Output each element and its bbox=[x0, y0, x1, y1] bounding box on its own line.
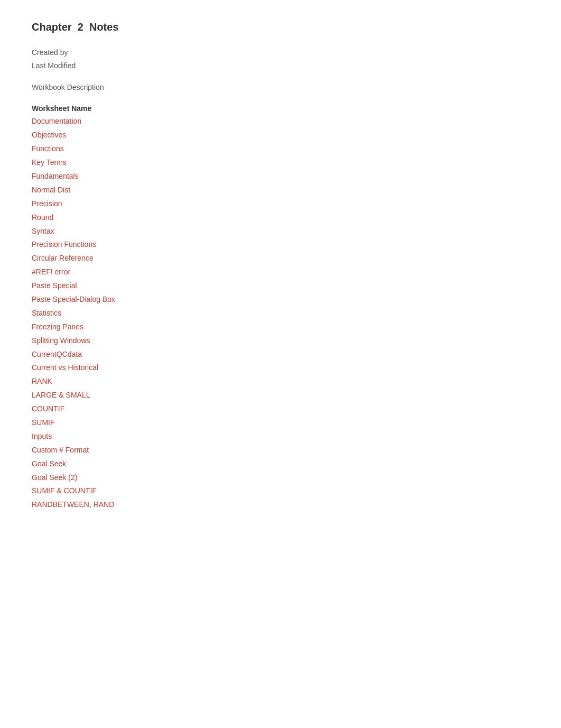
list-item[interactable]: Objectives bbox=[32, 128, 338, 142]
list-item[interactable]: COUNTIF bbox=[32, 402, 338, 416]
list-item[interactable]: Key Terms bbox=[32, 156, 338, 170]
worksheet-header: Worksheet Name bbox=[32, 104, 338, 113]
list-item[interactable]: Paste Special-Dialog Box bbox=[32, 293, 338, 307]
list-item[interactable]: SUMIF bbox=[32, 416, 338, 430]
page-container: Chapter_2_Notes Created by Last Modified… bbox=[0, 0, 370, 533]
list-item[interactable]: Goal Seek bbox=[32, 457, 338, 471]
list-item[interactable]: Goal Seek (2) bbox=[32, 471, 338, 485]
list-item[interactable]: RANDBETWEEN, RAND bbox=[32, 498, 338, 512]
list-item[interactable]: SUMIF & COUNTIF bbox=[32, 484, 338, 498]
last-modified-label: Last Modified bbox=[32, 59, 338, 72]
list-item[interactable]: Documentation bbox=[32, 115, 338, 128]
list-item[interactable]: Circular Reference bbox=[32, 252, 338, 265]
list-item[interactable]: Normal Dist bbox=[32, 183, 338, 197]
list-item[interactable]: Custom # Format bbox=[32, 444, 338, 457]
list-item[interactable]: Inputs bbox=[32, 430, 338, 444]
worksheet-section: Worksheet Name DocumentationObjectivesFu… bbox=[32, 104, 338, 512]
list-item[interactable]: Freezing Panes bbox=[32, 320, 338, 334]
list-item[interactable]: Functions bbox=[32, 142, 338, 156]
list-item[interactable]: Fundamentals bbox=[32, 170, 338, 183]
list-item[interactable]: Precision bbox=[32, 197, 338, 211]
list-item[interactable]: Paste Special bbox=[32, 279, 338, 293]
list-item[interactable]: Round bbox=[32, 211, 338, 225]
created-by-label: Created by bbox=[32, 46, 338, 59]
worksheet-list: DocumentationObjectivesFunctionsKey Term… bbox=[32, 115, 338, 512]
meta-section: Created by Last Modified bbox=[32, 46, 338, 72]
list-item[interactable]: CurrentQCdata bbox=[32, 348, 338, 362]
list-item[interactable]: Current vs Historical bbox=[32, 361, 338, 375]
list-item[interactable]: Splitting Windows bbox=[32, 334, 338, 348]
list-item[interactable]: Statistics bbox=[32, 307, 338, 320]
page-title: Chapter_2_Notes bbox=[32, 21, 338, 33]
workbook-description-label: Workbook Description bbox=[32, 83, 338, 91]
list-item[interactable]: Syntax bbox=[32, 225, 338, 238]
list-item[interactable]: Precision Functions bbox=[32, 238, 338, 252]
list-item[interactable]: RANK bbox=[32, 375, 338, 389]
list-item[interactable]: #REF! error bbox=[32, 265, 338, 279]
list-item[interactable]: LARGE & SMALL bbox=[32, 389, 338, 402]
